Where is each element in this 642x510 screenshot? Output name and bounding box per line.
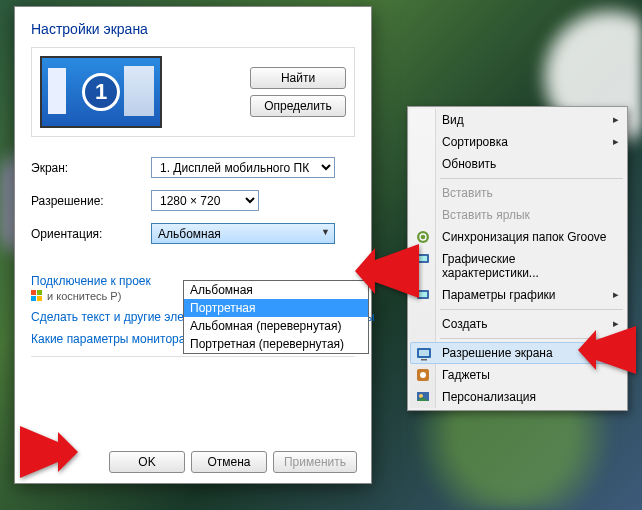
menu-item-label: Вид <box>442 113 464 127</box>
menu-item-label: Синхронизация папок Groove <box>442 230 607 244</box>
resolution-select[interactable]: 1280 × 720 <box>151 190 259 211</box>
separator <box>31 356 355 357</box>
svg-rect-2 <box>31 296 36 301</box>
monitor-thumbnail[interactable]: 1 <box>40 56 162 128</box>
svg-point-13 <box>420 372 426 378</box>
menu-item-label: Персонализация <box>442 390 536 404</box>
menu-item-label: Обновить <box>442 157 496 171</box>
apply-button[interactable]: Применить <box>273 451 357 473</box>
svg-rect-3 <box>37 296 42 301</box>
svg-rect-8 <box>419 292 427 297</box>
menu-item-label: Параметры графики <box>442 288 556 302</box>
screen-label: Экран: <box>31 161 151 175</box>
menu-item-label: Вставить <box>442 186 493 200</box>
menu-item[interactable]: Синхронизация папок Groove <box>410 226 625 248</box>
menu-item[interactable]: Графические характеристики... <box>410 248 625 284</box>
screen-icon <box>416 346 432 362</box>
orientation-option[interactable]: Альбомная (перевернутая) <box>184 317 368 335</box>
svg-rect-0 <box>31 290 36 295</box>
svg-marker-16 <box>355 244 419 298</box>
menu-item-label: Сортировка <box>442 135 508 149</box>
orientation-select[interactable]: Альбомная <box>151 223 335 244</box>
dialog-title: Настройки экрана <box>31 21 355 37</box>
orientation-label: Ориентация: <box>31 227 151 241</box>
menu-item[interactable]: Вид <box>410 109 625 131</box>
orientation-option[interactable]: Портретная (перевернутая) <box>184 335 368 353</box>
sync-icon <box>415 229 431 245</box>
pers-icon <box>415 389 431 405</box>
orientation-option[interactable]: Портретная <box>184 299 368 317</box>
ok-button[interactable]: OK <box>109 451 185 473</box>
detect-button[interactable]: Определить <box>250 95 346 117</box>
monitor-number: 1 <box>82 73 120 111</box>
svg-rect-6 <box>419 256 427 261</box>
menu-separator <box>440 178 623 179</box>
menu-item[interactable]: Обновить <box>410 153 625 175</box>
svg-rect-11 <box>421 359 427 361</box>
menu-item[interactable]: Сортировка <box>410 131 625 153</box>
menu-item: Вставить ярлык <box>410 204 625 226</box>
menu-item-label: Графические характеристики... <box>442 252 539 280</box>
menu-item[interactable]: Параметры графики <box>410 284 625 306</box>
display-preview-area: 1 Найти Определить <box>31 47 355 137</box>
orientation-dropdown-list[interactable]: АльбомнаяПортретнаяАльбомная (перевернут… <box>183 280 369 354</box>
svg-rect-1 <box>37 290 42 295</box>
svg-marker-18 <box>20 426 78 478</box>
orientation-option[interactable]: Альбомная <box>184 281 368 299</box>
menu-item-label: Вставить ярлык <box>442 208 530 222</box>
menu-item-label: Создать <box>442 317 488 331</box>
menu-separator <box>440 309 623 310</box>
svg-rect-10 <box>419 350 429 356</box>
svg-marker-17 <box>578 326 636 374</box>
gadget-icon <box>415 367 431 383</box>
find-button[interactable]: Найти <box>250 67 346 89</box>
projector-link[interactable]: Подключение к проек <box>31 274 151 288</box>
menu-item[interactable]: Персонализация <box>410 386 625 408</box>
resolution-label: Разрешение: <box>31 194 151 208</box>
menu-item: Вставить <box>410 182 625 204</box>
svg-point-4 <box>417 231 429 243</box>
menu-item-label: Гаджеты <box>442 368 490 382</box>
screen-settings-dialog: Настройки экрана 1 Найти Определить Экра… <box>14 6 372 484</box>
menu-item-label: Разрешение экрана <box>442 346 553 360</box>
screen-select[interactable]: 1. Дисплей мобильного ПК <box>151 157 335 178</box>
windows-key-icon <box>31 290 43 302</box>
cancel-button[interactable]: Отмена <box>191 451 267 473</box>
